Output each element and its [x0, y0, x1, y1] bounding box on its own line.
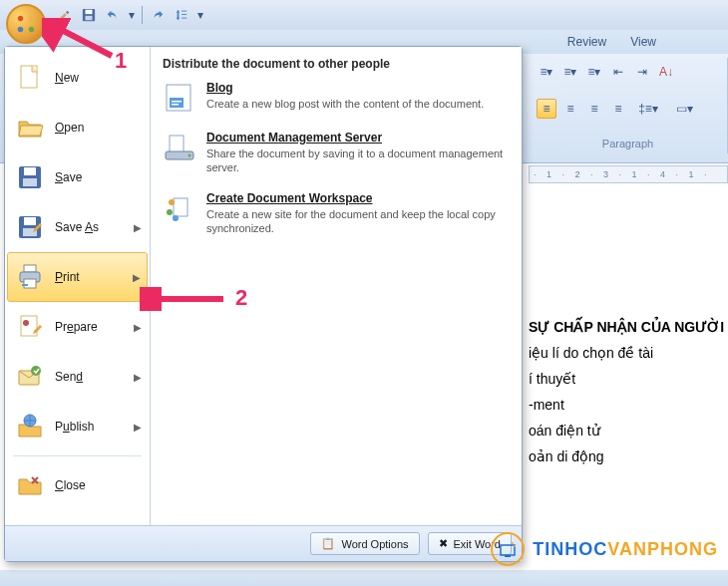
submenu-item-workspace[interactable]: Create Document Workspace Create a new s… [163, 191, 510, 236]
document-body[interactable]: SỰ CHẤP NHẬN CỦA NGƯỜI iệu lí do chọn đề… [529, 189, 728, 566]
svg-rect-38 [505, 555, 511, 557]
svg-point-8 [18, 27, 24, 33]
dropdown-icon[interactable]: ▾ [128, 6, 136, 24]
annotation-number: 2 [235, 285, 247, 311]
tab-review[interactable]: Review [555, 31, 618, 53]
chevron-right-icon: ▶ [134, 222, 142, 233]
watermark: TINHOCVANPHONG [491, 532, 718, 566]
svg-rect-17 [24, 265, 36, 272]
align-right-icon[interactable]: ≡ [584, 99, 604, 119]
button-label: Word Options [341, 538, 408, 550]
svg-rect-27 [170, 98, 183, 108]
svg-point-7 [29, 16, 35, 22]
svg-rect-37 [501, 545, 515, 555]
disk-pen-icon [15, 212, 45, 242]
numbering-icon[interactable]: ≡▾ [560, 62, 580, 82]
shading-icon[interactable]: ▭▾ [668, 99, 700, 119]
annotation-number: 1 [115, 48, 127, 74]
dms-icon [163, 131, 196, 164]
svg-rect-28 [172, 101, 182, 103]
watermark-icon [491, 532, 525, 566]
chevron-right-icon: ▶ [134, 322, 142, 333]
submenu-item-desc: Create a new blog post with the content … [206, 97, 484, 111]
multilevel-icon[interactable]: ≡▾ [584, 62, 604, 82]
redo-icon[interactable] [149, 6, 167, 24]
bullets-icon[interactable]: ≡▾ [537, 62, 556, 82]
svg-point-32 [188, 154, 191, 157]
submenu-item-title: Create Document Workspace [206, 191, 510, 205]
increase-indent-icon[interactable]: ⇥ [632, 62, 652, 82]
tab-view[interactable]: View [618, 31, 668, 53]
office-menu-footer: 📋 Word Options ✖ Exit Word [5, 525, 522, 561]
submenu-item-title: Blog [206, 81, 484, 95]
svg-point-34 [169, 199, 175, 205]
menu-item-print[interactable]: Print ▶ [7, 252, 148, 302]
doc-text: í thuyết [529, 371, 728, 387]
doc-text: -ment [529, 397, 728, 413]
status-bar [0, 570, 728, 586]
align-center-icon[interactable]: ≡ [560, 99, 580, 119]
publish-icon [15, 412, 45, 441]
menu-item-save-as[interactable]: Save As ▶ [7, 202, 148, 252]
svg-rect-4 [182, 14, 186, 15]
submenu-item-blog[interactable]: Blog Create a new blog post with the con… [163, 81, 510, 115]
word-options-button[interactable]: 📋 Word Options [310, 532, 419, 555]
sort-icon[interactable]: A↓ [656, 62, 676, 82]
menu-item-send[interactable]: Send ▶ [7, 352, 148, 402]
line-spacing-icon[interactable] [173, 6, 190, 24]
svg-point-40 [514, 545, 516, 547]
svg-point-24 [31, 366, 41, 376]
office-menu-right: Distribute the document to other people … [151, 47, 522, 525]
line-spacing-icon[interactable]: ‡≡▾ [632, 99, 664, 119]
annotation-arrow [42, 18, 122, 68]
align-left-icon[interactable]: ≡ [537, 99, 556, 119]
office-button[interactable] [6, 4, 46, 44]
ribbon-group-paragraph: ≡▾ ≡▾ ≡▾ ⇤ ⇥ A↓ ≡ ≡ ≡ ≡ ‡≡▾ ▭▾ Paragraph [529, 58, 728, 153]
menu-item-prepare[interactable]: Prepare ▶ [7, 302, 148, 352]
doc-text: iệu lí do chọn đề tài [529, 345, 728, 361]
justify-icon[interactable]: ≡ [608, 99, 628, 119]
menu-label: New [55, 71, 79, 85]
submenu-title: Distribute the document to other people [163, 57, 510, 71]
separator [142, 6, 143, 24]
decrease-indent-icon[interactable]: ⇤ [608, 62, 628, 82]
svg-rect-20 [22, 284, 28, 286]
office-menu: New Open Save Save As ▶ Print ▶ [4, 46, 523, 562]
submenu-item-title: Document Management Server [206, 131, 510, 145]
svg-rect-29 [172, 104, 179, 106]
ruler: · 1 · 2 · 3 · 1 · 4 · 1 · [529, 165, 728, 183]
svg-point-36 [173, 215, 179, 221]
printer-icon [15, 262, 45, 292]
chevron-right-icon: ▶ [134, 372, 142, 383]
send-icon [15, 362, 45, 392]
doc-text: oán điện tử [529, 423, 728, 439]
menu-item-open[interactable]: Open [7, 103, 148, 152]
folder-open-icon [15, 113, 45, 143]
svg-point-22 [23, 320, 29, 326]
submenu-item-desc: Share the document by saving it to a doc… [206, 146, 510, 175]
menu-item-close[interactable]: Close [7, 460, 148, 510]
prepare-icon [15, 312, 45, 342]
doc-new-icon [15, 63, 45, 93]
menu-label: Save As [55, 220, 99, 234]
doc-text: SỰ CHẤP NHẬN CỦA NGƯỜI [529, 319, 728, 335]
workspace-icon [163, 191, 196, 225]
doc-text: oản di động [529, 448, 728, 464]
watermark-text: TINHOCVANPHONG [533, 539, 718, 560]
group-label: Paragraph [537, 136, 719, 149]
separator [13, 455, 142, 456]
svg-rect-13 [23, 178, 37, 186]
menu-label: Send [55, 370, 83, 384]
chevron-right-icon: ▶ [134, 422, 142, 433]
submenu-item-dms[interactable]: Document Management Server Share the doc… [163, 131, 510, 175]
dropdown-icon[interactable]: ▾ [196, 6, 204, 24]
menu-label: Prepare [55, 320, 98, 334]
svg-point-35 [167, 209, 173, 215]
svg-rect-3 [182, 11, 186, 12]
svg-point-9 [29, 27, 35, 33]
blog-icon [163, 81, 196, 115]
menu-label: Print [55, 270, 80, 284]
menu-item-publish[interactable]: Publish ▶ [7, 402, 148, 451]
annotation-arrow [140, 287, 229, 311]
menu-item-save[interactable]: Save [7, 152, 148, 202]
